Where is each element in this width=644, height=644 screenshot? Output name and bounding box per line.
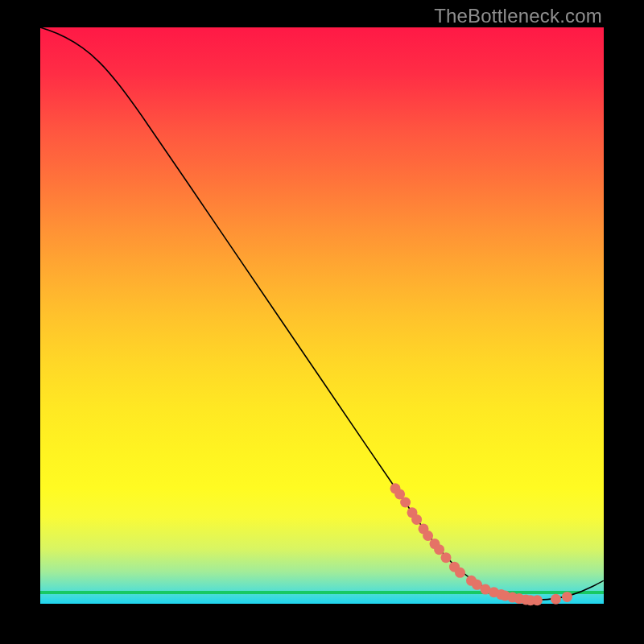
data-point [532, 595, 543, 605]
data-point [455, 568, 465, 578]
data-points-group [390, 483, 573, 605]
watermark-label: TheBottleneck.com [434, 5, 602, 27]
plot-area [40, 27, 604, 604]
data-point [562, 592, 572, 602]
chart-overlay [40, 27, 604, 604]
bottleneck-curve [40, 27, 604, 600]
data-point [441, 552, 452, 563]
data-point [423, 530, 433, 541]
data-point [434, 544, 444, 555]
data-point [411, 514, 422, 525]
data-point [400, 497, 411, 507]
data-point [551, 594, 561, 605]
chart-root: TheBottleneck.com [0, 0, 644, 644]
